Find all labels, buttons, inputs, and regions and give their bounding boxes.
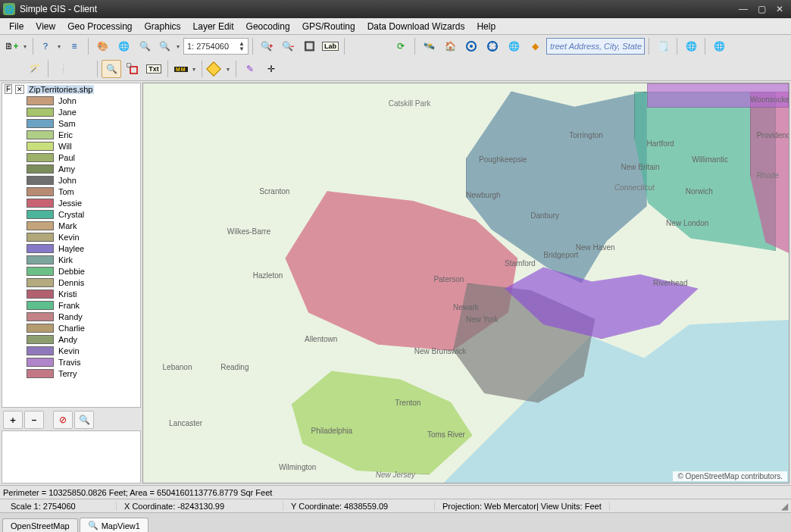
zoom-dropdown[interactable]: 🔍▾ <box>156 37 182 55</box>
add-layer-button[interactable]: 🗎+▾ <box>3 37 29 55</box>
target-1-button[interactable] <box>461 37 481 55</box>
legend-item[interactable]: Dennis <box>27 277 140 288</box>
blank-2-button[interactable] <box>370 37 389 55</box>
toc-delete-button[interactable]: ⊘ <box>53 411 73 429</box>
full-extent-button[interactable]: 🔲 <box>299 37 319 55</box>
resize-grip[interactable]: ◢ <box>781 501 788 512</box>
status-bar: Scale 1: 2754060 X Coordinate: -8243130.… <box>0 499 791 512</box>
layer-visibility-checkbox[interactable]: ✕ <box>15 85 24 94</box>
view-tab-mapview1[interactable]: 🔍MapView1 <box>80 518 149 532</box>
legend-item[interactable]: Crystal <box>27 208 140 220</box>
legend-item[interactable]: Andy <box>27 333 140 345</box>
zoom-out-button[interactable]: 🔍− <box>278 37 298 55</box>
view-tab-openstreetmap[interactable]: OpenStreetMap <box>2 518 78 532</box>
legend-item[interactable]: Terry <box>27 368 140 379</box>
select-rect-button[interactable] <box>123 60 142 78</box>
print-preview-button[interactable]: 🗒️ <box>653 37 673 55</box>
blank-4-button[interactable] <box>73 60 93 78</box>
satellite-button[interactable]: 🛰️ <box>419 37 439 55</box>
map-attribution: © OpenStreetMap contributors. <box>673 471 787 481</box>
legend-item[interactable]: Debbie <box>27 265 140 277</box>
diamond-dropdown[interactable]: ▾ <box>206 60 232 78</box>
legend-label: Dennis <box>58 278 84 287</box>
legend-item[interactable]: Kirk <box>27 254 140 265</box>
legend-item[interactable]: Jane <box>27 106 140 117</box>
measure-dropdown[interactable]: MM▾ <box>172 60 198 78</box>
legend-item[interactable]: Frank <box>27 299 140 311</box>
label-button[interactable]: Lab <box>320 37 340 55</box>
menu-graphics[interactable]: Graphics <box>139 20 187 33</box>
maximize-button[interactable]: ▢ <box>753 2 770 16</box>
select-zoom-button[interactable]: 🔍 <box>102 60 121 78</box>
legend-item[interactable]: Mark <box>27 220 140 231</box>
menu-geocoding[interactable]: Geocoding <box>240 20 296 33</box>
legend-item[interactable]: Charlie <box>27 322 140 333</box>
legend-label: John <box>58 176 77 185</box>
close-button[interactable]: ✕ <box>771 2 788 16</box>
menu-data-download-wizards[interactable]: Data Download Wizards <box>361 20 471 33</box>
legend-item[interactable]: Travis <box>27 356 140 368</box>
info-dropdown-button[interactable]: ？▾ <box>37 37 63 55</box>
pan-button[interactable]: 🔍 <box>135 37 155 55</box>
park-label: Catskill Park <box>389 99 431 108</box>
draw-arrow-button[interactable]: ✎ <box>240 60 260 78</box>
list-button[interactable]: ≡ <box>64 37 84 55</box>
wand-button[interactable]: 🪄 <box>24 60 44 78</box>
crosshair-button[interactable]: ✛ <box>261 60 281 78</box>
scale-input[interactable]: 1: 2754060▲▼ <box>183 38 249 55</box>
svg-rect-3 <box>130 67 137 74</box>
legend-swatch <box>27 278 54 287</box>
legend-item[interactable]: Eric <box>27 129 140 140</box>
legend-swatch <box>27 153 54 162</box>
map-view[interactable]: Catskill Park Scranton Wilkes-Barre Hazl… <box>142 83 789 483</box>
legend-item[interactable]: Randy <box>27 311 140 322</box>
legend-item[interactable]: Kevin <box>27 345 140 356</box>
globe-3-button[interactable]: 🌐 <box>709 37 729 55</box>
legend-item[interactable]: Kevin <box>27 231 140 243</box>
legend-item[interactable]: Amy <box>27 163 140 174</box>
minimize-button[interactable]: — <box>735 2 752 16</box>
toc-zoom-button[interactable]: 🔍 <box>74 411 94 429</box>
layer-name[interactable]: ZipTerritories.shp <box>27 85 94 94</box>
legend-swatch <box>27 164 54 174</box>
menu-bar: FileViewGeo ProcessingGraphicsLayer Edit… <box>0 18 791 35</box>
layer-row[interactable]: F ✕ ZipTerritories.shp <box>2 83 140 95</box>
legend-item[interactable]: Paul <box>27 152 140 163</box>
menu-file[interactable]: File <box>3 20 30 33</box>
legend-label: Paul <box>58 153 75 162</box>
menu-layer-edit[interactable]: Layer Edit <box>187 20 240 33</box>
legend-item[interactable]: Jessie <box>27 197 140 208</box>
target-2-button[interactable] <box>483 37 502 55</box>
address-marker-button[interactable]: ◆ <box>525 37 545 55</box>
menu-help[interactable]: Help <box>471 20 502 33</box>
toc-remove-button[interactable]: － <box>24 411 44 429</box>
legend-item[interactable]: Sam <box>27 117 140 129</box>
legend-item[interactable]: Will <box>27 140 140 152</box>
refresh-button[interactable]: ⟳ <box>391 37 411 55</box>
legend-item[interactable]: Tom <box>27 186 140 197</box>
menu-view[interactable]: View <box>30 20 61 33</box>
blank-1-button[interactable] <box>349 37 368 55</box>
menu-geo-processing[interactable]: Geo Processing <box>61 20 138 33</box>
legend-label: Mark <box>58 221 77 230</box>
legend-item[interactable]: Kristi <box>27 288 140 299</box>
download-globe-button[interactable]: 🌐 <box>504 37 524 55</box>
zoom-in-button[interactable]: 🔍+ <box>257 37 277 55</box>
address-search-input[interactable]: treet Address, City, State <box>546 38 645 55</box>
globe-button[interactable]: 🌐 <box>114 37 133 55</box>
table-of-contents[interactable]: F ✕ ZipTerritories.shp JohnJaneSamEricWi… <box>2 83 141 408</box>
home-button[interactable]: 🏠 <box>440 37 460 55</box>
globe-2-button[interactable]: 🌐 <box>681 37 701 55</box>
tool-palette-button[interactable]: 🎨 <box>92 37 112 55</box>
warn-button[interactable]: ❕ <box>52 60 72 78</box>
legend-item[interactable]: John <box>27 95 140 106</box>
layer-sidebar: F ✕ ZipTerritories.shp JohnJaneSamEricWi… <box>0 81 142 485</box>
toc-add-button[interactable]: ＋ <box>3 411 23 429</box>
text-tool-button[interactable]: Txt <box>144 60 164 78</box>
menu-gps-routing[interactable]: GPS/Routing <box>296 20 361 33</box>
legend-label: Debbie <box>58 267 85 276</box>
blank-3-button[interactable] <box>3 60 23 78</box>
toolbar-secondary: 🪄 ❕ 🔍 Txt MM▾ ▾ ✎ ✛ <box>0 58 791 80</box>
legend-item[interactable]: Haylee <box>27 243 140 254</box>
legend-item[interactable]: John <box>27 174 140 186</box>
